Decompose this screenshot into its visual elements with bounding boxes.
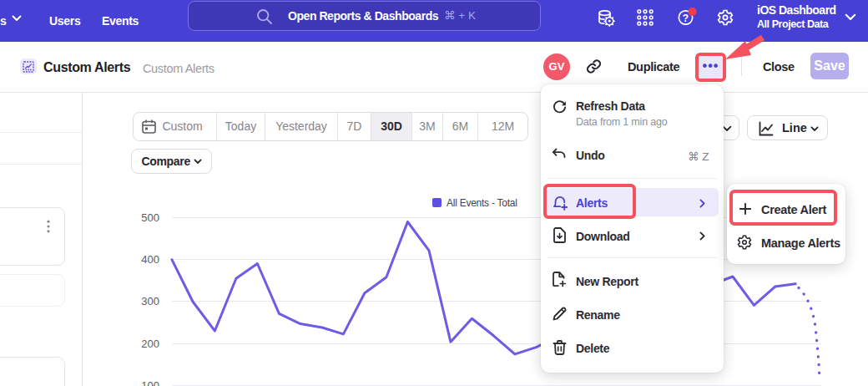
svg-text:?: ? [683, 13, 689, 24]
